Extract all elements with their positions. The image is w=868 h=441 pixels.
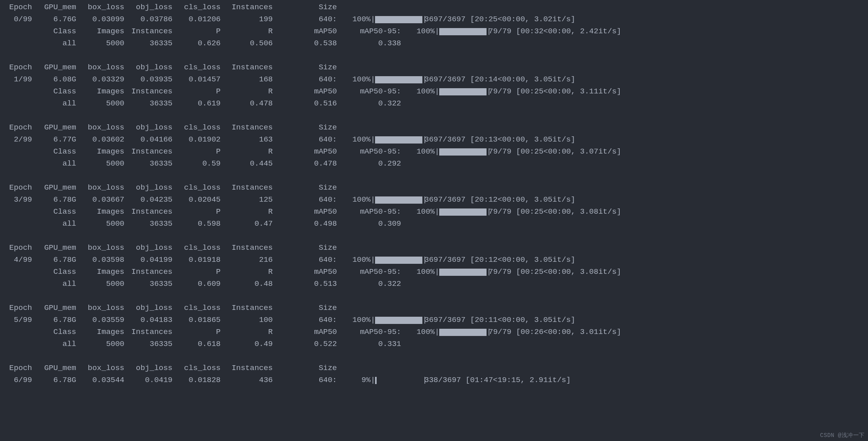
hdr-size: Size (273, 62, 337, 73)
val-instances: 163 (221, 134, 273, 146)
val-map50-95: 0.331 (337, 338, 401, 350)
val-cls-loss: 0.01918 (172, 254, 221, 266)
val-stats: 79/79 [00:25<00:00, 3.08it/s] (487, 266, 621, 278)
hdr-r: R (221, 266, 273, 278)
hdr-box-loss: box_loss (76, 362, 124, 374)
val-r: 0.48 (221, 278, 273, 290)
hdr-p: P (172, 266, 221, 278)
train-header-row: EpochGPU_membox_lossobj_losscls_lossInst… (0, 362, 868, 374)
hdr-obj-loss: obj_loss (124, 62, 172, 73)
train-header-row: EpochGPU_membox_lossobj_losscls_lossInst… (0, 182, 868, 194)
hdr-val-instances: Instances (124, 26, 172, 37)
val-class: all (32, 278, 76, 290)
val-size: 640: (273, 254, 337, 266)
hdr-images: Images (76, 26, 124, 37)
val-header-row: ClassImagesInstancesPRmAP50mAP50-95:100%… (0, 326, 868, 338)
train-pct: 100% (337, 314, 371, 326)
hdr-val-instances: Instances (124, 326, 172, 338)
val-epoch: 0/99 (0, 14, 32, 25)
val-gpu-mem: 6.78G (32, 194, 76, 206)
val-class: all (32, 338, 76, 350)
val-size: 640: (273, 314, 337, 326)
train-value-row: 6/996.78G0.035440.04190.01828436640:9%||… (0, 374, 868, 386)
hdr-cls-loss: cls_loss (172, 182, 221, 194)
hdr-gpu-mem: GPU_mem (32, 182, 76, 194)
val-stats: 79/79 [00:25<00:00, 3.11it/s] (487, 86, 621, 97)
val-epoch: 1/99 (0, 74, 32, 85)
val-box-loss: 0.03559 (76, 314, 124, 326)
val-progress-bar: || (435, 266, 487, 278)
val-images: 5000 (76, 278, 124, 290)
hdr-r: R (221, 26, 273, 37)
val-cls-loss: 0.01902 (172, 134, 221, 146)
val-gpu-mem: 6.78G (32, 314, 76, 326)
train-pct: 100% (337, 194, 371, 206)
train-stats: 3697/3697 [20:12<00:00, 3.05it/s] (423, 254, 575, 266)
hdr-map50-95: mAP50-95: (337, 266, 401, 278)
hdr-size: Size (273, 242, 337, 254)
val-instances: 436 (221, 374, 273, 386)
val-obj-loss: 0.0419 (124, 374, 172, 386)
val-val-instances: 36335 (124, 158, 172, 170)
val-map50-95: 0.338 (337, 38, 401, 49)
hdr-box-loss: box_loss (76, 242, 124, 254)
val-size: 640: (273, 74, 337, 85)
hdr-instances: Instances (221, 62, 273, 73)
hdr-map50: mAP50 (273, 146, 337, 158)
val-class: all (32, 98, 76, 109)
hdr-epoch: Epoch (0, 362, 32, 374)
val-map50: 0.522 (273, 338, 337, 350)
train-progress-bar: || (371, 374, 423, 386)
val-progress-bar: || (435, 26, 487, 37)
hdr-p: P (172, 206, 221, 218)
val-pct: 100% (401, 206, 435, 218)
train-pct: 100% (337, 74, 371, 85)
hdr-gpu-mem: GPU_mem (32, 242, 76, 254)
hdr-val-instances: Instances (124, 206, 172, 218)
val-map50: 0.478 (273, 158, 337, 170)
hdr-epoch: Epoch (0, 2, 32, 13)
val-images: 5000 (76, 218, 124, 230)
hdr-map50: mAP50 (273, 326, 337, 338)
val-progress-bar: || (435, 326, 487, 338)
hdr-gpu-mem: GPU_mem (32, 302, 76, 314)
hdr-images: Images (76, 326, 124, 338)
hdr-class: Class (32, 206, 76, 218)
val-box-loss: 0.03667 (76, 194, 124, 206)
val-class: all (32, 38, 76, 49)
hdr-obj-loss: obj_loss (124, 2, 172, 13)
val-obj-loss: 0.04183 (124, 314, 172, 326)
val-cls-loss: 0.01865 (172, 314, 221, 326)
val-pct: 100% (401, 266, 435, 278)
val-p: 0.618 (172, 338, 221, 350)
hdr-cls-loss: cls_loss (172, 302, 221, 314)
val-stats: 79/79 [00:32<00:00, 2.42it/s] (487, 26, 621, 37)
train-progress-bar: || (371, 314, 423, 326)
val-map50: 0.516 (273, 98, 337, 109)
val-epoch: 2/99 (0, 134, 32, 146)
hdr-obj-loss: obj_loss (124, 122, 172, 134)
train-pct: 9% (337, 374, 371, 386)
train-value-row: 3/996.78G0.036670.042350.02045125640:100… (0, 194, 868, 206)
hdr-size: Size (273, 362, 337, 374)
val-value-row: all5000363350.6180.490.5220.331 (0, 338, 868, 350)
hdr-map50-95: mAP50-95: (337, 86, 401, 97)
val-val-instances: 36335 (124, 218, 172, 230)
hdr-instances: Instances (221, 182, 273, 194)
train-pct: 100% (337, 254, 371, 266)
hdr-cls-loss: cls_loss (172, 62, 221, 73)
val-gpu-mem: 6.78G (32, 374, 76, 386)
hdr-instances: Instances (221, 122, 273, 134)
val-r: 0.445 (221, 158, 273, 170)
hdr-p: P (172, 146, 221, 158)
val-box-loss: 0.03329 (76, 74, 124, 85)
val-val-instances: 36335 (124, 278, 172, 290)
val-value-row: all5000363350.590.4450.4780.292 (0, 158, 868, 170)
val-size: 640: (273, 134, 337, 146)
val-epoch: 6/99 (0, 374, 32, 386)
val-pct: 100% (401, 326, 435, 338)
hdr-map50: mAP50 (273, 266, 337, 278)
terminal-output: EpochGPU_membox_lossobj_losscls_lossInst… (0, 0, 868, 386)
hdr-val-instances: Instances (124, 266, 172, 278)
val-val-instances: 36335 (124, 338, 172, 350)
